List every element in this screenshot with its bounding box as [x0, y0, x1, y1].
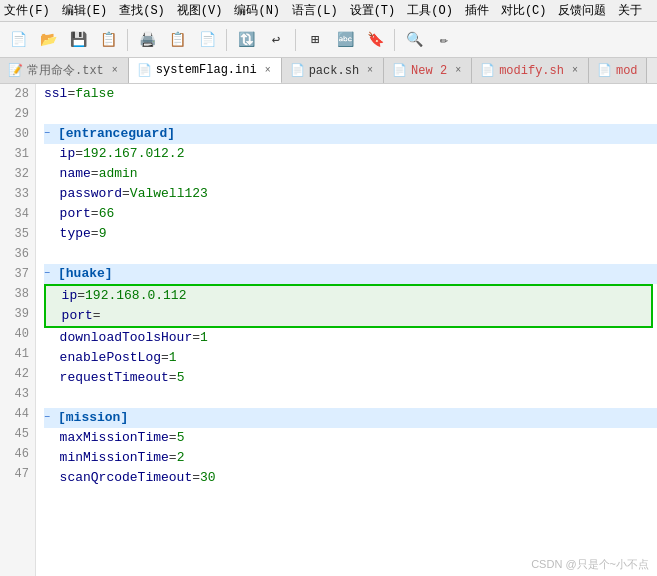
- tab-mod[interactable]: 📄 mod: [589, 58, 647, 83]
- tab-modify-label: modify.sh: [499, 64, 564, 78]
- paste-btn[interactable]: 📄: [193, 26, 221, 54]
- tab-txt[interactable]: 📝 常用命令.txt ×: [0, 58, 129, 83]
- sep1: [127, 29, 128, 51]
- ln-40: 40: [4, 324, 29, 344]
- ln-46: 46: [4, 444, 29, 464]
- ln-36: 36: [4, 244, 29, 264]
- tab-new2-close[interactable]: ×: [453, 65, 463, 76]
- line-28: ssl=false: [44, 84, 657, 104]
- line-36: [44, 244, 657, 264]
- collapse-30[interactable]: −: [44, 124, 56, 144]
- menu-feedback[interactable]: 反馈问题: [558, 2, 606, 19]
- tab-mod-label: mod: [616, 64, 638, 78]
- replace-btn[interactable]: ✏️: [430, 26, 458, 54]
- copy-btn[interactable]: 📋: [163, 26, 191, 54]
- line-32: name=admin: [44, 164, 657, 184]
- tab-modify[interactable]: 📄 modify.sh ×: [472, 58, 589, 83]
- code-area[interactable]: ssl=false −[entranceguard] ip=192.167.01…: [36, 84, 657, 576]
- line-43: [44, 388, 657, 408]
- menu-compare[interactable]: 对比(C): [501, 2, 547, 19]
- ln-44: 44: [4, 404, 29, 424]
- sep4: [394, 29, 395, 51]
- ln-47: 47: [4, 464, 29, 484]
- tab-modify-close[interactable]: ×: [570, 65, 580, 76]
- menu-about[interactable]: 关于: [618, 2, 642, 19]
- bookmark-btn[interactable]: 🔖: [361, 26, 389, 54]
- ln-41: 41: [4, 344, 29, 364]
- line-33: password=Valwell123: [44, 184, 657, 204]
- tab-sh-close[interactable]: ×: [365, 65, 375, 76]
- line-41: enablePostLog=1: [44, 348, 657, 368]
- line-46: minMissionTime=2: [44, 448, 657, 468]
- menu-edit[interactable]: 编辑(E): [62, 2, 108, 19]
- tab-ini[interactable]: 📄 systemFlag.ini ×: [129, 58, 282, 84]
- line-38: ip=192.168.0.112: [46, 286, 651, 306]
- tab-txt-icon: 📝: [8, 63, 23, 78]
- line-29: [44, 104, 657, 124]
- ln-38: 38: [4, 284, 29, 304]
- tab-sh[interactable]: 📄 pack.sh ×: [282, 58, 384, 83]
- line-34: port=66: [44, 204, 657, 224]
- ln-32: 32: [4, 164, 29, 184]
- editor-wrapper: 28 29 30 31 32 33 34 35 36 37 38 39 40 4…: [0, 84, 657, 576]
- save-btn[interactable]: 💾: [64, 26, 92, 54]
- ln-33: 33: [4, 184, 29, 204]
- tab-txt-label: 常用命令.txt: [27, 62, 104, 79]
- ln-37: 37: [4, 264, 29, 284]
- menu-plugins[interactable]: 插件: [465, 2, 489, 19]
- menu-language[interactable]: 语言(L): [292, 2, 338, 19]
- tab-ini-close[interactable]: ×: [263, 65, 273, 76]
- menu-view[interactable]: 视图(V): [177, 2, 223, 19]
- menu-tools[interactable]: 工具(O): [407, 2, 453, 19]
- highlight-region: ip=192.168.0.112 port=: [44, 284, 653, 328]
- line-40: downloadToolsHour=1: [44, 328, 657, 348]
- line-35: type=9: [44, 224, 657, 244]
- new-file-btn[interactable]: 📄: [4, 26, 32, 54]
- sep3: [295, 29, 296, 51]
- menu-file[interactable]: 文件(F): [4, 2, 50, 19]
- line-numbers: 28 29 30 31 32 33 34 35 36 37 38 39 40 4…: [0, 84, 36, 576]
- ln-43: 43: [4, 384, 29, 404]
- collapse-37[interactable]: −: [44, 264, 56, 284]
- sep2: [226, 29, 227, 51]
- editor: 28 29 30 31 32 33 34 35 36 37 38 39 40 4…: [0, 84, 657, 576]
- line-42: requestTimeout=5: [44, 368, 657, 388]
- tab-sh-icon: 📄: [290, 63, 305, 78]
- ln-29: 29: [4, 104, 29, 124]
- tab-mod-icon: 📄: [597, 63, 612, 78]
- search-btn[interactable]: 🔍: [400, 26, 428, 54]
- ln-31: 31: [4, 144, 29, 164]
- menubar: 文件(F) 编辑(E) 查找(S) 视图(V) 编码(N) 语言(L) 设置(T…: [0, 0, 657, 22]
- ln-34: 34: [4, 204, 29, 224]
- menu-encode[interactable]: 编码(N): [234, 2, 280, 19]
- print-btn[interactable]: 🖨️: [133, 26, 161, 54]
- tab-ini-icon: 📄: [137, 63, 152, 78]
- tab-txt-close[interactable]: ×: [110, 65, 120, 76]
- sort-btn[interactable]: 🔤: [331, 26, 359, 54]
- watermark: CSDN @只是个~小不点: [531, 557, 649, 572]
- ln-39: 39: [4, 304, 29, 324]
- refresh-btn[interactable]: 🔃: [232, 26, 260, 54]
- collapse-44[interactable]: −: [44, 408, 56, 428]
- grid-btn[interactable]: ⊞: [301, 26, 329, 54]
- ln-45: 45: [4, 424, 29, 444]
- line-47: scanQrcodeTimeout=30: [44, 468, 657, 488]
- line-37: −[huake]: [44, 264, 657, 284]
- menu-find[interactable]: 查找(S): [119, 2, 165, 19]
- line-30: −[entranceguard]: [44, 124, 657, 144]
- line-39: port=: [46, 306, 651, 326]
- close-btn[interactable]: 📋: [94, 26, 122, 54]
- line-45: maxMissionTime=5: [44, 428, 657, 448]
- tab-new2[interactable]: 📄 New 2 ×: [384, 58, 472, 83]
- toolbar: 📄 📂 💾 📋 🖨️ 📋 📄 🔃 ↩️ ⊞ 🔤 🔖 🔍 ✏️: [0, 22, 657, 58]
- tab-modify-icon: 📄: [480, 63, 495, 78]
- undo-btn[interactable]: ↩️: [262, 26, 290, 54]
- ln-30: 30: [4, 124, 29, 144]
- tab-new2-label: New 2: [411, 64, 447, 78]
- ln-35: 35: [4, 224, 29, 244]
- tabbar: 📝 常用命令.txt × 📄 systemFlag.ini × 📄 pack.s…: [0, 58, 657, 84]
- open-file-btn[interactable]: 📂: [34, 26, 62, 54]
- menu-settings[interactable]: 设置(T): [350, 2, 396, 19]
- ln-28: 28: [4, 84, 29, 104]
- line-31: ip=192.167.012.2: [44, 144, 657, 164]
